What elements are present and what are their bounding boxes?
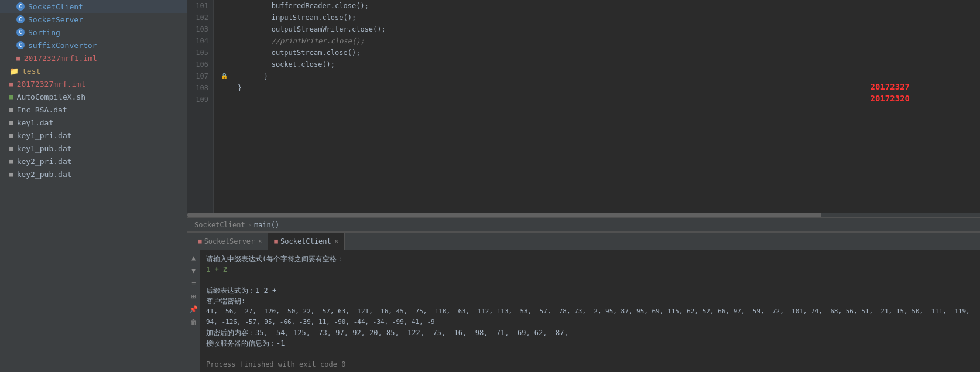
code-text: bufferedReader.close(); [221,0,369,12]
trash-icon[interactable]: 🗑 [189,317,199,327]
sidebar-item[interactable]: ■AutoCompileX.sh [0,90,187,103]
sidebar-item[interactable]: ■key1_pri.dat [0,129,187,142]
sidebar-item[interactable]: ■key2_pub.dat [0,168,187,180]
editor-tab[interactable]: ■SocketServer× [192,233,268,250]
red-annotation-2: 20172320 [871,94,910,103]
tabs-bar: ■SocketServer×■SocketClient× [187,233,980,250]
terminal-content: ▲▼≡⊞📌🗑 请输入中缀表达式(每个字符之间要有空格：1 + 2 后缀表达式为：… [187,250,980,372]
tab-label: SocketClient [280,237,331,245]
code-text: //printWriter.close(); [221,35,365,47]
iml-file-icon: ■ [16,54,20,62]
sidebar-item-label: suffixConvertor [28,41,97,50]
sidebar-item-label: SocketServer [28,15,83,24]
equals-icon[interactable]: ≡ [189,278,199,289]
code-text: outputStreamWriter.close(); [221,23,386,35]
code-editor: 101102103104105106107108109 bufferedRead… [187,0,980,217]
sidebar-item[interactable]: ■20172327mrf1.iml [0,52,187,64]
sidebar-item[interactable]: ■Enc_RSA.dat [0,103,187,116]
scrollbar-thumb[interactable] [187,213,821,217]
sidebar-item[interactable]: ■key2_pri.dat [0,155,187,168]
sidebar-item-label: test [22,67,40,76]
sidebar-item[interactable]: ■key1.dat [0,116,187,129]
java-blue-icon: C [16,2,25,11]
line-number: 106 [192,59,208,70]
lock-icon: 🔒 [221,70,228,82]
sidebar-item-label: 20172327mrf.iml [17,80,85,88]
folder-icon: 📁 [9,67,19,76]
sidebar-item-label: AutoCompileX.sh [17,93,85,101]
code-line: 🔒 } [221,70,973,82]
breadcrumb-method: main() [254,221,279,229]
tab-label: SocketServer [204,237,255,245]
bottom-panel: ■SocketServer×■SocketClient× ▲▼≡⊞📌🗑 请输入中… [187,231,980,372]
java-green-icon: C [16,28,25,36]
breadcrumb-sep: › [248,221,252,229]
left-toolbar: ▲▼≡⊞📌🗑 [187,250,200,372]
code-line: socket.close(); [221,59,973,70]
terminal-line: 请输入中缀表达式(每个字符之间要有空格： [206,254,974,264]
code-text: } [230,70,268,82]
layout-icon[interactable]: ⊞ [189,291,199,302]
sidebar-item[interactable]: CsuffixConvertor [0,39,187,52]
sidebar-item[interactable]: CSocketClient [0,0,187,13]
line-number: 103 [192,23,208,35]
breadcrumb-file: SocketClient [194,221,245,229]
code-line [221,94,973,105]
tab-close-button[interactable]: × [335,238,338,244]
sidebar-item-label: 20172327mrf1.iml [24,54,97,63]
terminal-line: 41, -56, -27, -120, -50, 22, -57, 63, -1… [206,306,974,327]
tab-file-icon: ■ [274,237,278,245]
sidebar-item[interactable]: CSocketServer [0,13,187,26]
dat-file-icon: ■ [9,119,13,127]
sidebar-item[interactable]: 📁test [0,64,187,77]
line-number: 108 [192,82,208,94]
code-text: } [221,82,242,94]
sidebar-item[interactable]: ■key1_pub.dat [0,142,187,155]
line-number: 101 [192,0,208,12]
line-number: 105 [192,47,208,59]
dat-file-icon: ■ [9,170,13,178]
sidebar-item[interactable]: ■20172327mrf.iml [0,77,187,90]
up-arrow[interactable]: ▲ [189,252,199,263]
java-blue-icon: C [16,41,25,49]
code-line: bufferedReader.close(); [221,0,973,12]
main-area: CSocketClientCSocketServerCSortingCsuffi… [0,0,980,372]
dat-file-icon: ■ [9,132,13,139]
dat-file-icon: ■ [9,158,13,165]
sidebar-item-label: SocketClient [28,2,83,11]
sidebar-item-label: key2_pub.dat [17,170,72,179]
code-line: } [221,82,973,94]
code-line: //printWriter.close(); [221,35,973,47]
code-text: socket.close(); [221,59,335,70]
sidebar-item-label: Sorting [28,28,60,37]
sidebar: CSocketClientCSocketServerCSortingCsuffi… [0,0,187,372]
down-arrow[interactable]: ▼ [189,265,199,276]
terminal-output: 请输入中缀表达式(每个字符之间要有空格：1 + 2 后缀表达式为：1 2 +客户… [200,250,980,372]
sidebar-item-label: key1_pri.dat [17,131,72,140]
line-numbers: 101102103104105106107108109 [187,0,214,213]
code-content: 101102103104105106107108109 bufferedRead… [187,0,980,213]
code-text: outputStream.close(); [221,47,360,59]
dat-file-icon: ■ [9,145,13,152]
iml-file-icon: ■ [9,80,13,88]
terminal-line [206,349,974,359]
sh-file-icon: ■ [9,93,13,101]
sidebar-item-label: key2_pri.dat [17,157,72,166]
sidebar-item-label: Enc_RSA.dat [17,105,67,114]
line-number: 102 [192,12,208,23]
java-blue-icon: C [16,15,25,23]
editor-tab[interactable]: ■SocketClient× [268,233,344,250]
tab-file-icon: ■ [198,237,202,245]
terminal-line: 接收服务器的信息为：-1 [206,338,974,349]
code-text: inputStream.close(); [221,12,356,23]
tab-close-button[interactable]: × [258,238,262,244]
code-line: inputStream.close(); [221,12,973,23]
breadcrumb: SocketClient › main() [187,217,980,231]
sidebar-item[interactable]: CSorting [0,26,187,39]
pin-icon[interactable]: 📌 [189,304,199,315]
terminal-line: Process finished with exit code 0 [206,359,974,370]
code-lines: bufferedReader.close(); inputStream.clos… [214,0,980,213]
scrollbar-track[interactable] [187,213,980,217]
sidebar-item-label: key1_pub.dat [17,144,72,153]
code-line: outputStream.close(); [221,47,973,59]
